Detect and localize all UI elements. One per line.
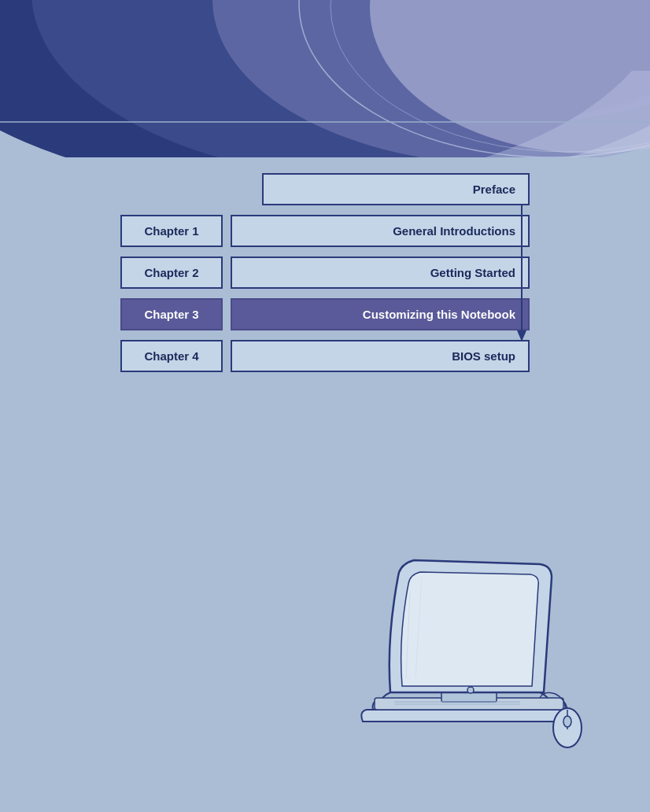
chapter-4-label[interactable]: Chapter 4 — [120, 340, 223, 372]
chapter-1-row[interactable]: Chapter 1 General Introductions — [120, 215, 530, 247]
svg-marker-17 — [517, 330, 526, 341]
chapter-3-title[interactable]: Customizing this Notebook — [231, 298, 530, 330]
preface-row[interactable]: Preface — [120, 173, 530, 205]
chapter-2-title[interactable]: Getting Started — [231, 257, 530, 289]
chapter-2-row[interactable]: Chapter 2 Getting Started — [120, 257, 530, 289]
laptop-illustration — [327, 521, 611, 773]
chapter-3-label[interactable]: Chapter 3 — [120, 298, 223, 330]
main-content: Preface Chapter 1 General Introductions … — [0, 157, 650, 397]
chapter-3-row[interactable]: Chapter 3 Customizing this Notebook — [120, 298, 530, 330]
preface-box[interactable]: Preface — [262, 173, 530, 205]
preface-label: Preface — [473, 183, 515, 196]
chapter-4-title[interactable]: BIOS setup — [231, 340, 530, 372]
chapter-4-row[interactable]: Chapter 4 BIOS setup — [120, 340, 530, 372]
svg-point-27 — [563, 716, 571, 727]
chapter-2-label[interactable]: Chapter 2 — [120, 257, 223, 289]
chapter-1-title[interactable]: General Introductions — [231, 215, 530, 247]
header-decoration — [0, 0, 650, 157]
svg-point-22 — [467, 687, 474, 693]
chapter-1-label[interactable]: Chapter 1 — [120, 215, 223, 247]
connector-lines — [514, 173, 530, 393]
menu-container: Preface Chapter 1 General Introductions … — [120, 173, 530, 372]
